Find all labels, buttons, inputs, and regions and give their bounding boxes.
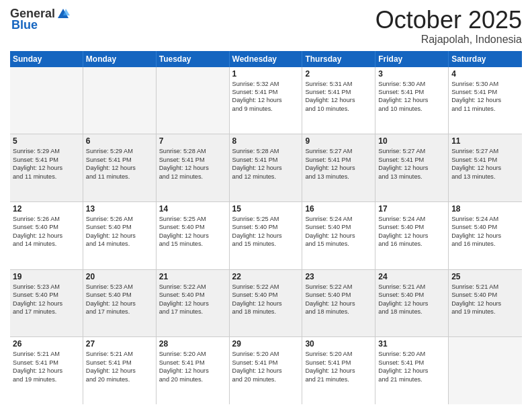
day-info: Sunrise: 5:30 AM Sunset: 5:41 PM Dayligh… xyxy=(451,80,519,113)
day-number: 9 xyxy=(305,136,372,146)
calendar-cell: 1Sunrise: 5:32 AM Sunset: 5:41 PM Daylig… xyxy=(230,67,303,134)
calendar-cell xyxy=(157,67,230,134)
location: Rajapolah, Indonesia xyxy=(375,34,522,46)
header: General Blue October 2025 Rajapolah, Ind… xyxy=(10,7,522,46)
calendar-cell: 20Sunrise: 5:23 AM Sunset: 5:40 PM Dayli… xyxy=(83,270,157,337)
day-number: 29 xyxy=(232,339,300,349)
calendar-cell: 13Sunrise: 5:26 AM Sunset: 5:40 PM Dayli… xyxy=(83,202,157,269)
calendar-row: 5Sunrise: 5:29 AM Sunset: 5:41 PM Daylig… xyxy=(10,134,522,202)
day-number: 23 xyxy=(305,272,372,281)
header-day-tuesday: Tuesday xyxy=(157,51,230,67)
day-number: 1 xyxy=(232,69,300,79)
calendar-cell: 10Sunrise: 5:27 AM Sunset: 5:41 PM Dayli… xyxy=(375,134,449,201)
calendar-cell: 11Sunrise: 5:27 AM Sunset: 5:41 PM Dayli… xyxy=(449,134,522,201)
calendar-cell: 30Sunrise: 5:20 AM Sunset: 5:41 PM Dayli… xyxy=(302,337,375,404)
day-info: Sunrise: 5:20 AM Sunset: 5:41 PM Dayligh… xyxy=(159,350,226,383)
calendar-row: 12Sunrise: 5:26 AM Sunset: 5:40 PM Dayli… xyxy=(10,202,522,270)
day-number: 12 xyxy=(13,204,80,214)
calendar-cell: 3Sunrise: 5:30 AM Sunset: 5:41 PM Daylig… xyxy=(375,67,449,134)
day-info: Sunrise: 5:20 AM Sunset: 5:41 PM Dayligh… xyxy=(232,350,300,383)
page-container: General Blue October 2025 Rajapolah, Ind… xyxy=(0,0,532,411)
day-info: Sunrise: 5:32 AM Sunset: 5:41 PM Dayligh… xyxy=(232,80,300,113)
day-info: Sunrise: 5:22 AM Sunset: 5:40 PM Dayligh… xyxy=(159,283,226,316)
calendar-cell: 16Sunrise: 5:24 AM Sunset: 5:40 PM Dayli… xyxy=(302,202,375,269)
day-info: Sunrise: 5:26 AM Sunset: 5:40 PM Dayligh… xyxy=(86,215,153,248)
title-block: October 2025 Rajapolah, Indonesia xyxy=(375,7,522,46)
day-info: Sunrise: 5:23 AM Sunset: 5:40 PM Dayligh… xyxy=(86,283,153,316)
calendar-cell: 12Sunrise: 5:26 AM Sunset: 5:40 PM Dayli… xyxy=(10,202,83,269)
calendar-header: SundayMondayTuesdayWednesdayThursdayFrid… xyxy=(10,51,522,67)
calendar-cell: 17Sunrise: 5:24 AM Sunset: 5:40 PM Dayli… xyxy=(375,202,449,269)
day-number: 18 xyxy=(451,204,519,214)
day-info: Sunrise: 5:30 AM Sunset: 5:41 PM Dayligh… xyxy=(378,80,445,113)
day-number: 14 xyxy=(159,204,226,214)
day-number: 17 xyxy=(378,204,445,214)
day-info: Sunrise: 5:27 AM Sunset: 5:41 PM Dayligh… xyxy=(305,147,372,181)
day-number: 13 xyxy=(86,204,153,214)
day-number: 10 xyxy=(378,136,445,146)
calendar-cell: 5Sunrise: 5:29 AM Sunset: 5:41 PM Daylig… xyxy=(10,134,83,201)
day-number: 11 xyxy=(451,136,519,146)
day-info: Sunrise: 5:20 AM Sunset: 5:41 PM Dayligh… xyxy=(305,350,372,383)
calendar-cell: 2Sunrise: 5:31 AM Sunset: 5:41 PM Daylig… xyxy=(302,67,375,134)
calendar-cell: 22Sunrise: 5:22 AM Sunset: 5:40 PM Dayli… xyxy=(230,270,303,337)
calendar-cell: 25Sunrise: 5:21 AM Sunset: 5:40 PM Dayli… xyxy=(449,270,522,337)
logo: General Blue xyxy=(10,7,70,32)
calendar-cell: 21Sunrise: 5:22 AM Sunset: 5:40 PM Dayli… xyxy=(157,270,230,337)
calendar-cell: 24Sunrise: 5:21 AM Sunset: 5:40 PM Dayli… xyxy=(375,270,449,337)
day-number: 26 xyxy=(13,339,80,349)
day-number: 31 xyxy=(378,339,445,349)
calendar-cell: 9Sunrise: 5:27 AM Sunset: 5:41 PM Daylig… xyxy=(302,134,375,201)
day-info: Sunrise: 5:24 AM Sunset: 5:40 PM Dayligh… xyxy=(451,215,519,248)
calendar-cell xyxy=(449,337,522,404)
header-day-monday: Monday xyxy=(83,51,157,67)
calendar: SundayMondayTuesdayWednesdayThursdayFrid… xyxy=(10,51,522,404)
day-number: 24 xyxy=(378,272,445,281)
day-info: Sunrise: 5:20 AM Sunset: 5:41 PM Dayligh… xyxy=(378,350,445,383)
day-info: Sunrise: 5:28 AM Sunset: 5:41 PM Dayligh… xyxy=(159,147,226,181)
day-info: Sunrise: 5:24 AM Sunset: 5:40 PM Dayligh… xyxy=(305,215,372,248)
day-info: Sunrise: 5:25 AM Sunset: 5:40 PM Dayligh… xyxy=(232,215,300,248)
calendar-cell: 7Sunrise: 5:28 AM Sunset: 5:41 PM Daylig… xyxy=(157,134,230,201)
logo-icon xyxy=(56,7,70,21)
header-day-thursday: Thursday xyxy=(302,51,375,67)
day-number: 22 xyxy=(232,272,300,281)
calendar-cell: 31Sunrise: 5:20 AM Sunset: 5:41 PM Dayli… xyxy=(375,337,449,404)
calendar-cell xyxy=(83,67,157,134)
day-info: Sunrise: 5:29 AM Sunset: 5:41 PM Dayligh… xyxy=(13,147,80,181)
calendar-row: 1Sunrise: 5:32 AM Sunset: 5:41 PM Daylig… xyxy=(10,67,522,135)
day-info: Sunrise: 5:28 AM Sunset: 5:41 PM Dayligh… xyxy=(232,147,300,181)
calendar-cell: 27Sunrise: 5:21 AM Sunset: 5:41 PM Dayli… xyxy=(83,337,157,404)
calendar-body: 1Sunrise: 5:32 AM Sunset: 5:41 PM Daylig… xyxy=(10,67,522,404)
header-day-friday: Friday xyxy=(375,51,449,67)
calendar-cell: 28Sunrise: 5:20 AM Sunset: 5:41 PM Dayli… xyxy=(157,337,230,404)
day-info: Sunrise: 5:21 AM Sunset: 5:41 PM Dayligh… xyxy=(13,350,80,383)
day-info: Sunrise: 5:25 AM Sunset: 5:40 PM Dayligh… xyxy=(159,215,226,248)
day-info: Sunrise: 5:29 AM Sunset: 5:41 PM Dayligh… xyxy=(86,147,153,181)
day-number: 28 xyxy=(159,339,226,349)
day-number: 4 xyxy=(451,69,519,79)
day-number: 27 xyxy=(86,339,153,349)
day-info: Sunrise: 5:21 AM Sunset: 5:40 PM Dayligh… xyxy=(451,283,519,316)
calendar-cell: 8Sunrise: 5:28 AM Sunset: 5:41 PM Daylig… xyxy=(230,134,303,201)
calendar-cell: 18Sunrise: 5:24 AM Sunset: 5:40 PM Dayli… xyxy=(449,202,522,269)
day-number: 16 xyxy=(305,204,372,214)
header-day-saturday: Saturday xyxy=(449,51,522,67)
day-info: Sunrise: 5:26 AM Sunset: 5:40 PM Dayligh… xyxy=(13,215,80,248)
calendar-cell: 6Sunrise: 5:29 AM Sunset: 5:41 PM Daylig… xyxy=(83,134,157,201)
calendar-cell: 15Sunrise: 5:25 AM Sunset: 5:40 PM Dayli… xyxy=(230,202,303,269)
header-day-wednesday: Wednesday xyxy=(230,51,303,67)
day-info: Sunrise: 5:22 AM Sunset: 5:40 PM Dayligh… xyxy=(232,283,300,316)
month-title: October 2025 xyxy=(375,7,522,34)
day-info: Sunrise: 5:27 AM Sunset: 5:41 PM Dayligh… xyxy=(451,147,519,181)
day-number: 7 xyxy=(159,136,226,146)
calendar-cell: 23Sunrise: 5:22 AM Sunset: 5:40 PM Dayli… xyxy=(302,270,375,337)
calendar-cell: 26Sunrise: 5:21 AM Sunset: 5:41 PM Dayli… xyxy=(10,337,83,404)
day-number: 30 xyxy=(305,339,372,349)
day-info: Sunrise: 5:21 AM Sunset: 5:40 PM Dayligh… xyxy=(378,283,445,316)
day-number: 8 xyxy=(232,136,300,146)
calendar-cell xyxy=(10,67,83,134)
day-number: 3 xyxy=(378,69,445,79)
day-info: Sunrise: 5:21 AM Sunset: 5:41 PM Dayligh… xyxy=(86,350,153,383)
day-info: Sunrise: 5:31 AM Sunset: 5:41 PM Dayligh… xyxy=(305,80,372,113)
